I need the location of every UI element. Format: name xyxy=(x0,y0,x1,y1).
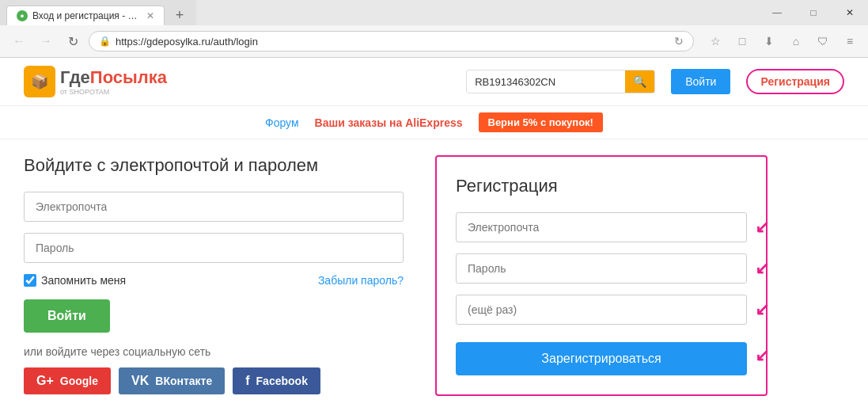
reg-email-input[interactable] xyxy=(456,212,747,242)
aliexpress-nav: Ваши заказы на AliExpress xyxy=(315,116,463,129)
facebook-login-button[interactable]: f Facebook xyxy=(233,367,320,394)
lock-icon: 🔒 xyxy=(99,36,111,47)
login-password-input[interactable] xyxy=(24,233,404,263)
google-login-button[interactable]: G+ Google xyxy=(24,367,111,394)
reg-password-row: ↙ xyxy=(456,253,747,284)
reg-password-repeat-row: ↙ xyxy=(456,295,747,325)
logo-icon: 📦 xyxy=(24,66,55,97)
arrow-repeat-icon: ↙ xyxy=(755,299,769,320)
tab-favicon: ● xyxy=(17,10,28,21)
reader-icon[interactable]: □ xyxy=(732,31,752,51)
tab-bar: ● Вход и регистрация - ГдеПо... ✕ + xyxy=(0,0,196,25)
forward-button[interactable]: → xyxy=(35,30,57,52)
url-text: https://gdeposylka.ru/auth/login xyxy=(116,36,669,48)
home-icon[interactable]: ⌂ xyxy=(786,31,806,51)
new-tab-button[interactable]: + xyxy=(169,5,190,25)
browser-topbar: ● Вход и регистрация - ГдеПо... ✕ + — □ … xyxy=(0,0,868,25)
nav-bar: Форум Ваши заказы на AliExpress Верни 5%… xyxy=(0,106,868,139)
arrow-submit-icon: ↙ xyxy=(755,345,769,366)
forum-link[interactable]: Форум xyxy=(265,116,299,129)
social-login-buttons: G+ Google VK ВКонтакте f Facebook xyxy=(24,367,404,394)
reg-email-row: ↙ xyxy=(456,212,747,242)
login-options-row: Запомнить меня Забыли пароль? xyxy=(24,274,404,287)
login-button[interactable]: Войти xyxy=(24,299,110,333)
login-title: Войдите с электропочтой и паролем xyxy=(24,155,404,176)
tracking-search-box: 🔍 xyxy=(466,70,655,93)
cashback-banner[interactable]: Верни 5% с покупок! xyxy=(479,112,603,132)
registration-title: Регистрация xyxy=(456,176,747,196)
logo[interactable]: 📦 ГдеПосылка от SHOPOTAM xyxy=(24,66,167,97)
reg-password-repeat-input[interactable] xyxy=(456,295,747,325)
browser-action-buttons: ☆ □ ⬇ ⌂ 🛡 ≡ xyxy=(705,31,860,51)
login-email-input[interactable] xyxy=(24,192,404,222)
register-button[interactable]: Зарегистрироваться xyxy=(456,342,747,375)
reg-submit-row: Зарегистрироваться ↙ xyxy=(456,336,747,375)
tab-title: Вход и регистрация - ГдеПо... xyxy=(32,10,140,21)
reg-password-input[interactable] xyxy=(456,253,747,284)
close-button[interactable]: ✕ xyxy=(832,1,868,25)
arrow-password-icon: ↙ xyxy=(755,258,769,279)
logo-text-container: ГдеПосылка от SHOPOTAM xyxy=(60,67,167,96)
registration-section: Регистрация ↙ ↙ ↙ Зарегистрироваться ↙ xyxy=(435,155,768,396)
page-content: 📦 ГдеПосылка от SHOPOTAM 🔍 Войти Регистр… xyxy=(0,58,868,412)
refresh-icon[interactable]: ↻ xyxy=(674,35,684,48)
download-icon[interactable]: ⬇ xyxy=(759,31,779,51)
logo-subtitle: от SHOPOTAM xyxy=(60,88,167,96)
minimize-button[interactable]: — xyxy=(759,1,795,25)
tracking-search-input[interactable] xyxy=(467,71,625,93)
social-login-title: или войдите через социальную сеть xyxy=(24,345,404,358)
remember-me-label[interactable]: Запомнить меня xyxy=(24,274,126,287)
menu-icon[interactable]: ≡ xyxy=(840,31,860,51)
forgot-password-link[interactable]: Забыли пароль? xyxy=(318,274,404,287)
login-section: Войдите с электропочтой и паролем Запомн… xyxy=(24,155,404,396)
site-header: 📦 ГдеПосылка от SHOPOTAM 🔍 Войти Регистр… xyxy=(0,58,868,106)
main-content: Войдите с электропочтой и паролем Запомн… xyxy=(0,139,791,412)
reload-button[interactable]: ↻ xyxy=(62,30,84,52)
header-login-button[interactable]: Войти xyxy=(671,69,730,94)
aliexpress-brand: AliExpress xyxy=(405,116,462,129)
maximize-button[interactable]: □ xyxy=(795,1,832,25)
browser-controls: ← → ↻ 🔒 https://gdeposylka.ru/auth/login… xyxy=(0,25,868,58)
shield-icon[interactable]: 🛡 xyxy=(813,31,833,51)
vk-icon: VK xyxy=(131,374,149,388)
facebook-icon: f xyxy=(245,374,249,388)
google-icon: G+ xyxy=(36,374,54,388)
header-register-button[interactable]: Регистрация xyxy=(746,69,844,94)
tab-close-btn[interactable]: ✕ xyxy=(146,10,154,21)
window-controls: — □ ✕ xyxy=(759,1,868,25)
remember-me-checkbox[interactable] xyxy=(24,274,36,287)
active-tab[interactable]: ● Вход и регистрация - ГдеПо... ✕ xyxy=(6,6,165,25)
address-bar[interactable]: 🔒 https://gdeposylka.ru/auth/login ↻ xyxy=(89,31,694,51)
arrow-email-icon: ↙ xyxy=(755,217,769,238)
vk-login-button[interactable]: VK ВКонтакте xyxy=(119,367,225,394)
back-button[interactable]: ← xyxy=(8,30,30,52)
logo-text: ГдеПосылка xyxy=(60,67,167,88)
tracking-search-button[interactable]: 🔍 xyxy=(625,70,654,93)
bookmark-star-icon[interactable]: ☆ xyxy=(705,31,726,51)
